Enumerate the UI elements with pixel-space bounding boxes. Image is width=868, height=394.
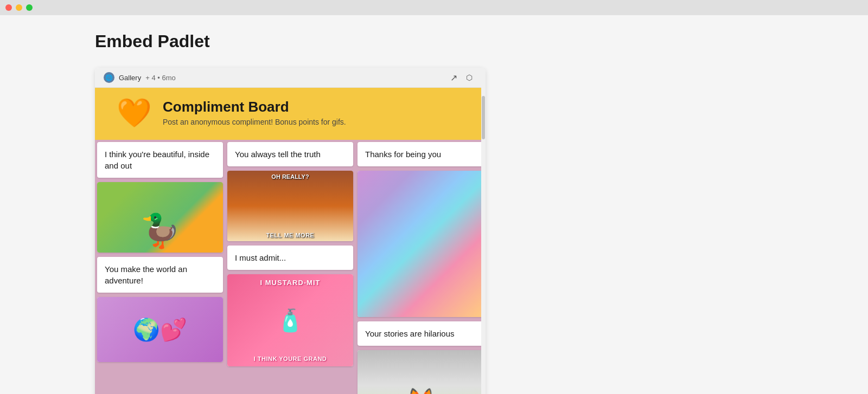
mustard-emoji: 🧴 xyxy=(277,308,304,333)
padlet-header: 🧡 Compliment Board Post an anonymous com… xyxy=(95,88,486,140)
card-text: Your stories are hilarious xyxy=(358,321,483,346)
maximize-button[interactable] xyxy=(26,4,33,11)
card-text: I think you're beautiful, inside and out xyxy=(97,142,223,178)
card-hilarious: Your stories are hilarious xyxy=(358,321,483,346)
app-window: Embed Padlet 🌐 Gallery + 4 • 6mo ↗ ⬡ 🧡 C… xyxy=(0,0,868,394)
heart-icon: 🧡 xyxy=(117,99,152,127)
board-title: Compliment Board xyxy=(163,99,346,115)
card-text: Thanks for being you xyxy=(358,142,483,166)
card-fox xyxy=(358,350,483,394)
scrollbar-thumb[interactable] xyxy=(482,96,485,139)
card-text: I must admit... xyxy=(227,246,353,270)
card-psyduck xyxy=(97,182,223,253)
external-link-icon[interactable]: ⬡ xyxy=(466,73,473,82)
fox-image xyxy=(358,350,483,394)
board-subtitle: Post an anonymous compliment! Bonus poin… xyxy=(163,118,346,126)
sloth-image: OH REALLY? TELL ME MORE xyxy=(227,171,353,241)
card-adventure: You make the world an adventure! xyxy=(97,257,223,293)
close-button[interactable] xyxy=(5,4,12,11)
mustard-image: I MUSTARD-MIT 🧴 I THINK YOURE GRAND xyxy=(227,274,353,366)
card-text: You make the world an adventure! xyxy=(97,257,223,293)
card-text: You always tell the truth xyxy=(227,142,353,166)
title-bar xyxy=(0,0,868,15)
gallery-col-1: I think you're beautiful, inside and out… xyxy=(95,140,225,394)
padlet-globe-icon: 🌐 xyxy=(104,72,114,83)
mustard-text-bottom: I THINK YOURE GRAND xyxy=(227,356,353,362)
scrollbar[interactable] xyxy=(481,68,486,394)
padlet-gallery: I think you're beautiful, inside and out… xyxy=(95,140,486,394)
gallery-label: Gallery xyxy=(119,74,141,82)
card-beautiful: I think you're beautiful, inside and out xyxy=(97,142,223,178)
psyduck-image xyxy=(97,182,223,253)
sloth-text-top: OH REALLY? xyxy=(227,173,353,180)
card-sloth: OH REALLY? TELL ME MORE xyxy=(227,171,353,241)
gallery-col-2: You always tell the truth OH REALLY? TEL… xyxy=(225,140,355,394)
card-admit: I must admit... xyxy=(227,246,353,270)
page-title: Embed Padlet xyxy=(95,31,868,51)
card-mustard: I MUSTARD-MIT 🧴 I THINK YOURE GRAND xyxy=(227,274,353,366)
sloth-text-bottom: TELL ME MORE xyxy=(227,232,353,238)
card-holographic xyxy=(358,171,483,317)
padlet-header-text: Compliment Board Post an anonymous compl… xyxy=(163,99,346,126)
card-truth: You always tell the truth xyxy=(227,142,353,166)
gallery-col-3: Thanks for being you Your stories are hi… xyxy=(355,140,486,394)
padlet-topbar: 🌐 Gallery + 4 • 6mo ↗ ⬡ xyxy=(95,68,486,88)
holographic-image xyxy=(358,171,483,317)
padlet-embed: 🌐 Gallery + 4 • 6mo ↗ ⬡ 🧡 Compliment Boa… xyxy=(95,68,486,394)
card-globe-img xyxy=(97,297,223,362)
minimize-button[interactable] xyxy=(16,4,22,11)
topbar-meta: + 4 • 6mo xyxy=(145,74,176,82)
mustard-text-top: I MUSTARD-MIT xyxy=(227,279,353,287)
page-content: Embed Padlet 🌐 Gallery + 4 • 6mo ↗ ⬡ 🧡 C… xyxy=(0,15,868,394)
share-icon[interactable]: ↗ xyxy=(450,73,457,83)
card-thanks: Thanks for being you xyxy=(358,142,483,166)
globe-image xyxy=(97,297,223,362)
